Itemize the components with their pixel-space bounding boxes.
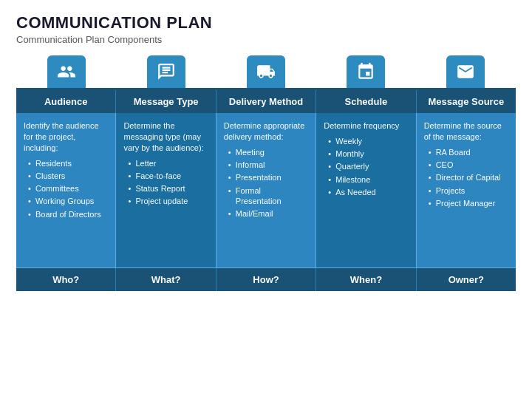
list-item: RA Board (429, 147, 508, 157)
icon-cell-audience (16, 55, 116, 88)
body-row: Identify the audience for the project, i… (16, 113, 516, 268)
list-item: CEO (429, 160, 508, 170)
icon-row (16, 55, 516, 88)
list-item: Mail/Email (228, 208, 308, 219)
audience-icon (57, 62, 76, 81)
body-source-intro: Determine the source of the message: (424, 120, 508, 143)
footer-schedule: When? (316, 268, 416, 291)
body-delivery-method: Determine appropriate delivery method: M… (216, 113, 316, 268)
icon-cell-delivery (216, 55, 316, 88)
body-audience: Identify the audience for the project, i… (16, 113, 116, 268)
message-icon (157, 62, 176, 81)
list-item: Informal (228, 160, 308, 170)
icon-cell-schedule (316, 55, 416, 88)
list-item: Residents (28, 158, 108, 168)
list-item: Weekly (328, 136, 408, 146)
body-schedule: Determine frequency Weekly Monthly Quart… (316, 113, 416, 268)
header-audience: Audience (16, 90, 116, 113)
communication-plan-table: Audience Message Type Delivery Method Sc… (16, 55, 516, 291)
header-schedule: Schedule (316, 90, 416, 113)
icon-cell-source (416, 55, 516, 88)
source-icon (456, 62, 475, 81)
body-delivery-intro: Determine appropriate delivery method: (224, 120, 308, 143)
page-subtitle: Communication Plan Components (16, 34, 516, 45)
source-icon-box (446, 55, 485, 88)
list-item: Milestone (328, 174, 408, 185)
footer-message-source: Owner? (417, 268, 516, 291)
body-delivery-list: Meeting Informal Presentation Formal Pre… (224, 147, 308, 219)
list-item: Meeting (228, 147, 308, 157)
footer-audience: Who? (16, 268, 116, 291)
footer-message-type: What? (116, 268, 216, 291)
schedule-icon-box (347, 55, 385, 88)
list-item: Board of Directors (28, 209, 108, 219)
list-item: Formal Presentation (228, 185, 308, 207)
list-item: Project Manager (429, 198, 508, 208)
list-item: Presentation (228, 172, 308, 183)
list-item: Project update (128, 196, 208, 206)
list-item: Clusters (28, 171, 108, 181)
audience-icon-box (47, 55, 86, 88)
body-message-source: Determine the source of the message: RA … (417, 113, 516, 268)
header-message-type: Message Type (116, 90, 216, 113)
list-item: Letter (128, 158, 208, 168)
delivery-icon (256, 62, 276, 81)
body-message-type-list: Letter Face-to-face Status Report Projec… (123, 158, 208, 207)
page-title: COMMUNICATION PLAN (16, 13, 516, 33)
list-item: Quarterly (328, 161, 408, 171)
body-audience-list: Residents Clusters Committees Working Gr… (24, 158, 108, 219)
body-message-type-intro: Determine the messaging type (may vary b… (123, 120, 208, 154)
list-item: Working Groups (28, 196, 108, 206)
list-item: Director of Capital (429, 172, 508, 183)
icon-cell-message (116, 55, 216, 88)
list-item: Monthly (328, 149, 408, 159)
list-item: Status Report (128, 183, 208, 194)
footer-row: Who? What? How? When? Owner? (16, 268, 516, 291)
body-audience-intro: Identify the audience for the project, i… (24, 120, 108, 154)
list-item: Projects (429, 185, 508, 196)
body-message-type: Determine the messaging type (may vary b… (116, 113, 216, 268)
schedule-icon (356, 62, 375, 81)
list-item: Committees (28, 183, 108, 194)
delivery-icon-box (247, 55, 285, 88)
message-icon-box (147, 55, 185, 88)
body-source-list: RA Board CEO Director of Capital Project… (424, 147, 508, 208)
list-item: As Needed (328, 187, 408, 197)
header-delivery-method: Delivery Method (216, 90, 316, 113)
body-schedule-list: Weekly Monthly Quarterly Milestone As Ne… (324, 136, 408, 197)
header-row: Audience Message Type Delivery Method Sc… (16, 88, 516, 113)
list-item: Face-to-face (128, 171, 208, 181)
body-schedule-intro: Determine frequency (324, 120, 408, 132)
footer-delivery-method: How? (216, 268, 316, 291)
header-message-source: Message Source (417, 90, 516, 113)
